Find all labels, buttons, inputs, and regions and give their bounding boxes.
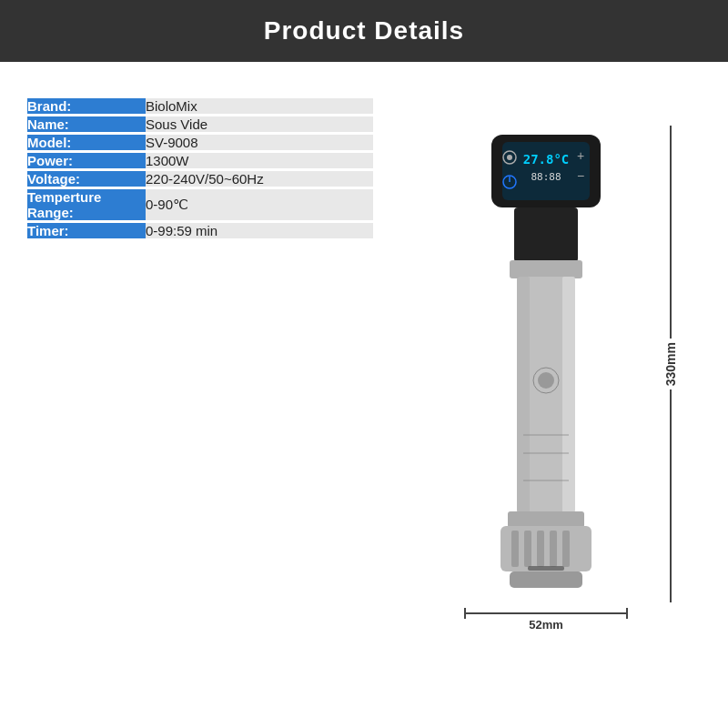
spec-value: BioloMix	[146, 98, 373, 116]
svg-rect-11	[510, 260, 582, 278]
spec-row: Timer:0-99:59 min	[27, 222, 373, 240]
spec-row: Model:SV-9008	[27, 134, 373, 152]
spec-row: Brand:BioloMix	[27, 98, 373, 116]
svg-text:−: −	[577, 168, 584, 183]
svg-point-16	[538, 372, 554, 389]
spec-value: SV-9008	[146, 134, 373, 152]
spec-label: Timer:	[27, 222, 146, 240]
spec-value: Sous Vide	[146, 116, 373, 134]
svg-text:27.8°C: 27.8°C	[523, 152, 570, 167]
page-title: Product Details	[0, 16, 728, 46]
specs-table: Brand:BioloMixName:Sous VideModel:SV-900…	[27, 98, 373, 241]
width-label: 52mm	[529, 618, 563, 632]
svg-rect-27	[528, 566, 564, 571]
spec-label: Voltage:	[27, 170, 146, 188]
spec-value: 0-99:59 min	[146, 222, 373, 240]
spec-row: Voltage:220-240V/50~60Hz	[27, 170, 373, 188]
spec-value: 1300W	[146, 152, 373, 170]
svg-text:+: +	[577, 148, 584, 163]
svg-rect-28	[510, 571, 582, 588]
svg-rect-23	[524, 531, 531, 567]
spec-row: Name:Sous Vide	[27, 116, 373, 134]
header: Product Details	[0, 0, 728, 62]
svg-rect-10	[514, 207, 578, 262]
spec-label: Name:	[27, 116, 146, 134]
height-dimension: 330mm	[663, 126, 678, 602]
svg-text:88:88: 88:88	[531, 171, 561, 183]
spec-label: Power:	[27, 152, 146, 170]
svg-rect-24	[537, 531, 544, 567]
spec-row: Power:1300W	[27, 152, 373, 170]
width-dimension: 52mm	[464, 612, 628, 632]
height-label: 330mm	[663, 339, 678, 389]
svg-rect-20	[508, 511, 584, 528]
spec-label: Model:	[27, 134, 146, 152]
spec-row: Temperture Range:0-90℃	[27, 188, 373, 222]
product-image-section: 27.8°C 88:88 + −	[391, 98, 701, 602]
spec-value: 0-90℃	[146, 188, 373, 222]
svg-point-5	[507, 155, 512, 160]
spec-label: Brand:	[27, 98, 146, 116]
svg-rect-22	[511, 531, 519, 567]
spec-label: Temperture Range:	[27, 188, 146, 222]
product-image-wrapper: 27.8°C 88:88 + −	[464, 126, 628, 602]
svg-rect-25	[550, 531, 557, 567]
svg-rect-13	[517, 277, 530, 513]
product-device-svg: 27.8°C 88:88 + −	[464, 126, 628, 599]
spec-value: 220-240V/50~60Hz	[146, 170, 373, 188]
svg-rect-14	[562, 277, 575, 513]
svg-rect-26	[562, 531, 570, 567]
